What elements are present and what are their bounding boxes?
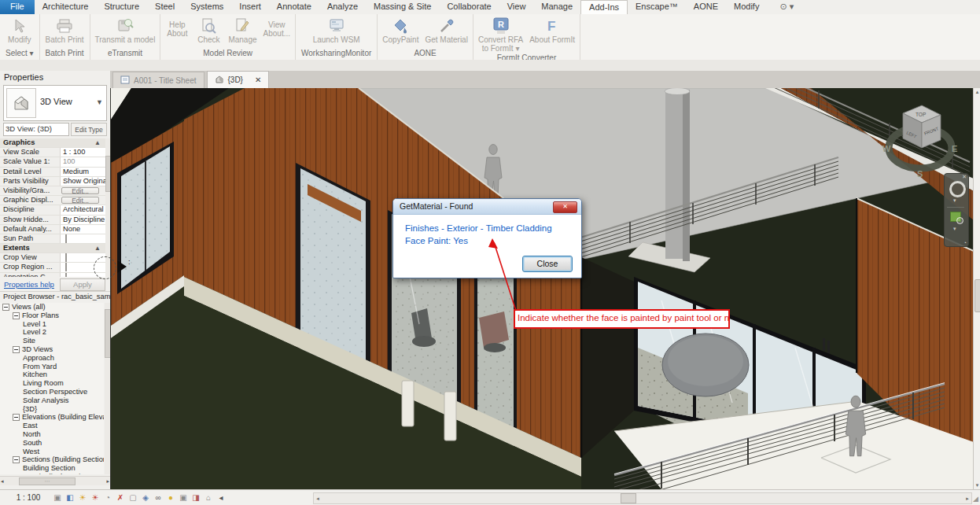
tree-item-kitchen[interactable]: Kitchen [0, 370, 104, 379]
browser-vscrollbar[interactable] [105, 303, 110, 474]
tree-item-sections-building-section-[interactable]: Sections (Building Section) [0, 455, 104, 464]
tree-item-longitudinal-section[interactable]: Longitudinal Section [0, 473, 104, 474]
vertical-scrollbar[interactable]: ▲ ▼ [973, 88, 980, 489]
view-tab--3d-[interactable]: {3D}✕ [207, 71, 270, 88]
ribbon-button-launch-wsm[interactable]: Launch WSM [311, 16, 363, 45]
view-instance-combo[interactable]: 3D View: (3D) [3, 123, 69, 136]
drawing-area[interactable]: GetMaterial - Found ✕ Finishes - Exterio… [110, 88, 974, 489]
ribbon-button-help[interactable]: HelpAbout [163, 16, 191, 39]
tree-item-south[interactable]: South [0, 439, 104, 448]
tree-item-views-all-[interactable]: Views (all) [0, 303, 104, 311]
view-control-icon-3[interactable]: ☀ [77, 492, 88, 503]
tree-item-north[interactable]: North [0, 430, 104, 439]
property-value[interactable]: By Discipline [60, 216, 105, 224]
collapse-box-icon[interactable] [13, 456, 20, 463]
vscroll-thumb[interactable] [974, 279, 980, 312]
viewcube-east[interactable]: E [952, 144, 957, 153]
ribbon-button-convert-rfa[interactable]: RConvert RFAto FormIt ▾ [476, 16, 525, 53]
view-control-icon-5[interactable]: ◔ [102, 492, 113, 503]
view-control-icon-7[interactable]: ▢ [127, 492, 138, 503]
view-tab-a001-title-sheet[interactable]: A001 - Title Sheet [112, 72, 204, 88]
tree-item-section-perspective[interactable]: Section Perspective [0, 388, 104, 396]
hscroll-thumb[interactable] [621, 493, 636, 503]
ribbon-tab-enscape-[interactable]: Enscape™ [628, 0, 686, 14]
viewcube-top[interactable]: TOP [916, 112, 926, 117]
ribbon-tab-file[interactable]: File [0, 0, 35, 14]
resize-grip[interactable]: ◢ [973, 495, 978, 503]
chevron-down-icon[interactable]: ▾ [953, 226, 956, 232]
collapse-box-icon[interactable] [2, 304, 9, 311]
ribbon-tab-manage[interactable]: Manage [533, 0, 580, 14]
chevron-down-icon[interactable]: ▾ [953, 197, 956, 204]
getmaterial-dialog[interactable]: GetMaterial - Found ✕ Finishes - Exterio… [392, 198, 582, 278]
view-control-icon-4[interactable]: ☀ [90, 492, 101, 503]
view-control-icon-11[interactable]: ▣ [178, 492, 189, 503]
chevron-down-icon[interactable]: ▼ [96, 98, 103, 106]
collapse-box-icon[interactable] [13, 414, 20, 421]
ribbon-tab-view[interactable]: View [499, 0, 534, 14]
property-value[interactable]: 100 [60, 157, 105, 166]
ribbon-button-manage[interactable]: Manage [226, 16, 259, 45]
property-value[interactable]: Architectural [60, 205, 105, 214]
collapse-box-icon[interactable] [13, 346, 20, 353]
close-button[interactable]: Close [522, 256, 573, 272]
view-control-icon-10[interactable]: ● [165, 492, 176, 503]
ribbon-tab-annotate[interactable]: Annotate [269, 0, 319, 14]
navbar-close-icon[interactable]: ✕ [962, 174, 967, 180]
tree-item-building-section[interactable]: Building Section [0, 464, 104, 473]
ribbon-tab-architecture[interactable]: Architecture [35, 0, 97, 14]
tree-item-living-room[interactable]: Living Room [0, 379, 104, 388]
checkbox[interactable] [65, 263, 67, 271]
edit-button[interactable]: Edit... [61, 187, 99, 194]
collapse-icon[interactable]: ▲ [94, 138, 105, 147]
view-control-icon-8[interactable]: ◈ [140, 492, 151, 503]
view-control-icon-13[interactable]: ⌂ [203, 492, 214, 503]
collapse-box-icon[interactable] [13, 312, 20, 319]
property-value[interactable]: 1 : 100 [60, 148, 105, 157]
checkbox[interactable] [65, 273, 67, 277]
ribbon-tab-steel[interactable]: Steel [147, 0, 182, 14]
tree-item-solar-analysis[interactable]: Solar Analysis [0, 396, 104, 405]
ribbon-tab-aone[interactable]: AONE [686, 0, 726, 14]
view-control-icon-6[interactable]: ✗ [115, 492, 126, 503]
properties-help-link[interactable]: Properties help [4, 280, 54, 289]
view-control-icon-1[interactable]: ▣ [52, 492, 63, 503]
viewcube-west[interactable]: W [882, 144, 891, 153]
navbar-options-icon[interactable]: ◔ [963, 240, 967, 245]
round-table[interactable] [662, 334, 749, 396]
ribbon-button-check[interactable]: Check [193, 16, 224, 45]
ribbon-button-batch-print[interactable]: Batch Print [43, 16, 87, 45]
ribbon-button-view[interactable]: ViewAbout... [261, 16, 293, 39]
tree-item-approach[interactable]: Approach [0, 354, 104, 363]
section-marker[interactable]: : [94, 255, 130, 283]
ribbon-tab-add-ins[interactable]: Add-Ins [580, 0, 628, 14]
tree-item-east[interactable]: East [0, 422, 104, 430]
tree-item--3d-[interactable]: {3D} [0, 405, 104, 414]
property-value[interactable]: Medium [60, 168, 105, 176]
ribbon-tab-modify[interactable]: Modify [726, 0, 767, 14]
zoom-icon[interactable] [950, 212, 961, 222]
navigation-bar[interactable]: ✕ ▾ ▾ ◔ [944, 173, 969, 247]
tree-item-3d-views[interactable]: 3D Views [0, 345, 104, 354]
tree-item-level-1[interactable]: Level 1 [0, 320, 104, 329]
ribbon-tab-systems[interactable]: Systems [182, 0, 231, 14]
edit-button[interactable]: Edit... [61, 197, 99, 204]
ribbon-tab-structure[interactable]: Structure [96, 0, 147, 14]
tree-item-site[interactable]: Site [0, 337, 104, 345]
dialog-close-icon[interactable]: ✕ [553, 201, 577, 213]
ribbon-tab-insert[interactable]: Insert [231, 0, 269, 14]
ribbon-display-toggle-icon[interactable]: ⊙ ▾ [772, 0, 801, 14]
tree-item-level-2[interactable]: Level 2 [0, 328, 104, 337]
tree-item-elevations-building-elevation-[interactable]: Elevations (Building Elevation) [0, 413, 104, 422]
view-control-icon-14[interactable]: ◂ [216, 492, 227, 503]
scale-indicator[interactable]: 1 : 100 [11, 492, 46, 503]
ribbon-button-about-formit[interactable]: FAbout FormIt [527, 16, 577, 45]
tree-item-west[interactable]: West [0, 448, 104, 456]
tree-item-floor-plans[interactable]: Floor Plans [0, 311, 104, 320]
viewcube-south[interactable]: S [917, 169, 923, 179]
view-control-icon-9[interactable]: ∞ [153, 492, 164, 503]
edit-type-button[interactable]: Edit Type [71, 123, 107, 136]
ribbon-button-get-material[interactable]: Get Material [422, 16, 470, 45]
property-value[interactable]: None [60, 225, 105, 234]
ribbon-button-transmit-a-model[interactable]: Transmit a model [93, 16, 158, 45]
